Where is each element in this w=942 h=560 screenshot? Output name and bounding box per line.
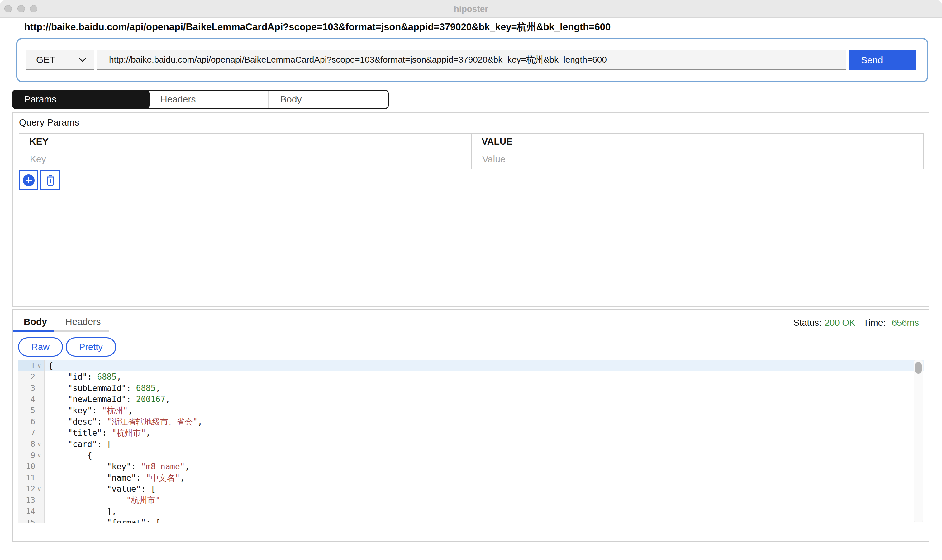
code-line: 12∨ "value": [: [18, 483, 924, 495]
line-gutter: 6: [18, 416, 45, 427]
collapse-chevron-icon[interactable]: ∨: [35, 483, 43, 495]
code-text: "id": 6885,: [45, 371, 122, 383]
value-input[interactable]: [472, 149, 923, 169]
delete-row-button[interactable]: [40, 170, 60, 190]
code-text: "newLemmaId": 200167,: [45, 394, 170, 405]
url-input[interactable]: [97, 50, 847, 71]
code-text: {: [45, 360, 53, 371]
code-line: 5 "key": "杭州",: [18, 405, 924, 416]
code-text: "title": "杭州市",: [45, 427, 151, 438]
method-select-value: GET: [36, 54, 55, 65]
code-line: 10 "key": "m8_name",: [18, 461, 924, 472]
code-line: 14 ],: [18, 506, 924, 517]
active-tab-underline: [13, 330, 54, 332]
line-number: 5: [31, 405, 35, 416]
code-line: 15 "format": [: [18, 517, 924, 523]
app-window: hiposter http://baike.baidu.com/api/open…: [0, 0, 942, 560]
scrollbar-thumb[interactable]: [915, 362, 922, 374]
line-number: 10: [26, 461, 35, 472]
code-line: 4 "newLemmaId": 200167,: [18, 394, 924, 405]
value-cell: [472, 149, 923, 169]
window-title: hiposter: [0, 0, 942, 18]
code-line: 2 "id": 6885,: [18, 371, 924, 383]
inactive-tab-underline: [54, 330, 109, 332]
code-text: "desc": "浙江省辖地级市、省会",: [45, 416, 203, 427]
query-params-title: Query Params: [19, 117, 79, 128]
line-gutter: 5: [18, 405, 45, 416]
code-line: 3 "subLemmaId": 6885,: [18, 383, 924, 394]
code-text: "杭州市": [45, 495, 160, 506]
collapse-chevron-icon[interactable]: ∨: [35, 450, 43, 461]
code-line: 11 "name": "中文名",: [18, 472, 924, 483]
raw-button[interactable]: Raw: [18, 337, 63, 357]
query-params-panel: Query Params KEY VALUE: [12, 112, 929, 307]
line-number: 11: [26, 472, 35, 483]
tab-headers[interactable]: Headers: [149, 91, 268, 108]
tab-params[interactable]: Params: [12, 90, 149, 109]
line-number: 9: [31, 450, 35, 461]
pretty-button[interactable]: Pretty: [66, 337, 116, 357]
response-status-line: Status:200 OKTime:656ms: [793, 318, 919, 328]
line-number: 7: [31, 427, 35, 438]
query-params-table: KEY VALUE: [19, 133, 924, 169]
line-gutter: 4: [18, 394, 45, 405]
code-text: "key": "m8_name",: [45, 461, 190, 472]
code-line: 6 "desc": "浙江省辖地级市、省会",: [18, 416, 924, 427]
code-text: "key": "杭州",: [45, 405, 133, 416]
code-line: 7 "title": "杭州市",: [18, 427, 924, 438]
response-tab-body[interactable]: Body: [24, 317, 47, 327]
key-column-header: KEY: [19, 134, 472, 149]
table-row: [19, 149, 923, 169]
add-row-button[interactable]: [19, 170, 38, 190]
send-button[interactable]: Send: [849, 50, 916, 71]
code-text: "format": [: [45, 517, 160, 523]
line-number: 8: [31, 438, 35, 450]
line-number: 3: [31, 383, 35, 394]
request-url-heading: http://baike.baidu.com/api/openapi/Baike…: [24, 20, 611, 34]
line-gutter: 15: [18, 517, 45, 523]
line-gutter: 13: [18, 495, 45, 506]
trash-icon: [45, 174, 56, 186]
line-gutter: 9∨: [18, 450, 45, 461]
code-line: 13 "杭州市": [18, 495, 924, 506]
line-number: 15: [26, 517, 35, 523]
scrollbar-track[interactable]: [914, 360, 923, 522]
title-bar: hiposter: [0, 0, 942, 18]
time-label: Time:: [864, 318, 886, 328]
collapse-chevron-icon[interactable]: ∨: [35, 438, 43, 450]
code-text: "card": [: [45, 438, 112, 450]
line-gutter: 11: [18, 472, 45, 483]
line-number: 12: [26, 483, 35, 495]
line-gutter: 2: [18, 371, 45, 383]
code-text: "value": [: [45, 483, 155, 495]
line-gutter: 3: [18, 383, 45, 394]
line-number: 14: [26, 506, 35, 517]
key-input[interactable]: [19, 149, 471, 169]
request-bar: GET Send: [16, 38, 928, 82]
code-line: 8∨ "card": [: [18, 438, 924, 450]
response-tab-headers[interactable]: Headers: [65, 317, 101, 327]
collapse-chevron-icon[interactable]: ∨: [35, 360, 43, 371]
line-gutter: 1∨: [18, 360, 45, 371]
key-cell: [19, 149, 472, 169]
tab-body[interactable]: Body: [268, 91, 388, 108]
line-gutter: 14: [18, 506, 45, 517]
code-text: "subLemmaId": 6885,: [45, 383, 160, 394]
code-line: 9∨ {: [18, 450, 924, 461]
code-text: "name": "中文名",: [45, 472, 185, 483]
line-number: 4: [31, 394, 35, 405]
line-gutter: 8∨: [18, 438, 45, 450]
method-select[interactable]: GET: [26, 50, 94, 71]
response-body-code: 1∨{2 "id": 6885,3 "subLemmaId": 6885,4 "…: [18, 360, 924, 523]
line-gutter: 12∨: [18, 483, 45, 495]
request-tabs: Params Headers Body: [12, 90, 389, 109]
response-code-lines: 1∨{2 "id": 6885,3 "subLemmaId": 6885,4 "…: [18, 360, 924, 523]
chevron-down-icon: [78, 57, 86, 62]
line-number: 1: [31, 360, 35, 371]
row-action-buttons: [19, 170, 60, 190]
table-header-row: KEY VALUE: [19, 134, 923, 149]
value-column-header: VALUE: [472, 134, 923, 149]
line-gutter: 7: [18, 427, 45, 438]
line-number: 2: [31, 371, 35, 383]
line-number: 6: [31, 416, 35, 427]
